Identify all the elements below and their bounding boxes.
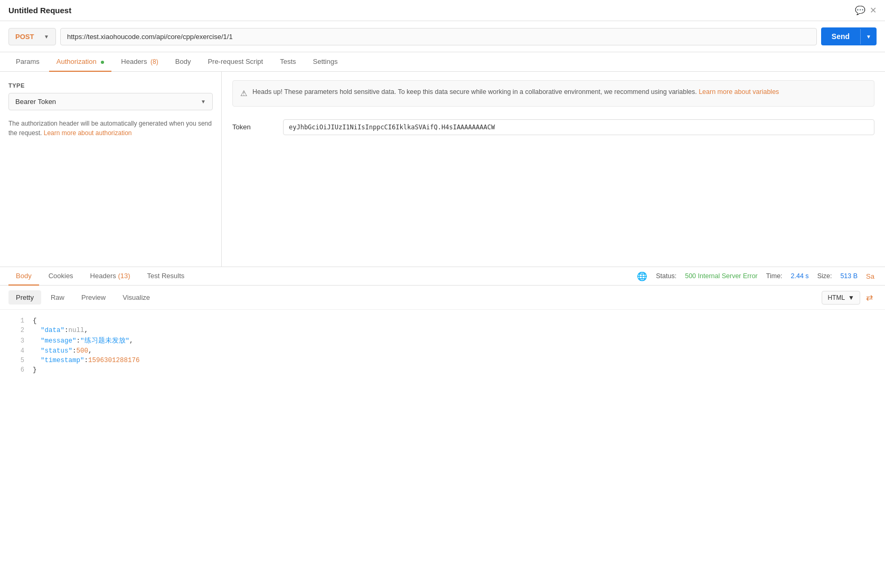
globe-icon: 🌐 bbox=[637, 271, 647, 281]
auth-right-panel: ⚠ Heads up! These parameters hold sensit… bbox=[222, 72, 885, 267]
token-row: Token eyJhbGciOiJIUzI1NiIsInppcCI6IklkaS… bbox=[232, 119, 874, 135]
type-value: Bearer Token bbox=[15, 98, 56, 106]
size-label: Size: bbox=[817, 272, 832, 280]
code-content-3: "message":"练习题未发放", bbox=[33, 336, 134, 345]
auth-info-text: The authorization header will be automat… bbox=[8, 119, 213, 138]
line-num-4: 4 bbox=[8, 347, 24, 355]
line-num-3: 3 bbox=[8, 337, 24, 345]
fmt-tab-raw[interactable]: Raw bbox=[43, 290, 72, 305]
alert-text: Heads up! These parameters hold sensitiv… bbox=[252, 87, 779, 97]
tab-settings[interactable]: Settings bbox=[306, 52, 345, 72]
send-button[interactable]: Send ▼ bbox=[821, 27, 877, 45]
fmt-tab-preview[interactable]: Preview bbox=[74, 290, 113, 305]
resp-tab-headers[interactable]: Headers (13) bbox=[83, 267, 138, 286]
save-label: Sa bbox=[866, 272, 874, 280]
time-label: Time: bbox=[766, 272, 783, 280]
code-content-6: } bbox=[33, 366, 37, 374]
response-tabs-bar: Body Cookies Headers (13) Test Results 🌐… bbox=[0, 267, 885, 286]
url-bar: POST ▼ Send ▼ bbox=[0, 21, 885, 52]
code-line-3: 3 "message":"练习题未发放", bbox=[0, 335, 885, 346]
format-bar: Pretty Raw Preview Visualize HTML ▼ ⇄ bbox=[0, 286, 885, 310]
chat-icon[interactable]: 💬 bbox=[855, 5, 865, 15]
line-num-2: 2 bbox=[8, 327, 24, 334]
send-dropdown-icon[interactable]: ▼ bbox=[860, 29, 877, 44]
url-input[interactable] bbox=[60, 28, 817, 45]
tab-pre-request-script[interactable]: Pre-request Script bbox=[200, 52, 270, 72]
format-chevron-icon: ▼ bbox=[848, 294, 854, 301]
size-value: 513 B bbox=[840, 272, 858, 280]
type-label: TYPE bbox=[8, 82, 213, 89]
code-content-5: "timestamp":1596301288176 bbox=[33, 357, 140, 364]
tab-tests[interactable]: Tests bbox=[272, 52, 303, 72]
wrap-button[interactable]: ⇄ bbox=[862, 290, 877, 305]
method-label: POST bbox=[15, 33, 34, 41]
code-line-4: 4 "status":500, bbox=[0, 346, 885, 356]
code-content-4: "status":500, bbox=[33, 347, 92, 355]
format-select[interactable]: HTML ▼ bbox=[822, 291, 860, 305]
request-tabs: Params Authorization Headers (8) Body Pr… bbox=[0, 52, 885, 72]
wrap-icon: ⇄ bbox=[866, 293, 873, 302]
method-select[interactable]: POST ▼ bbox=[8, 28, 56, 45]
type-chevron-icon: ▼ bbox=[201, 99, 206, 105]
tab-params[interactable]: Params bbox=[8, 52, 47, 72]
page-title: Untitled Request bbox=[8, 6, 71, 15]
line-num-1: 1 bbox=[8, 317, 24, 325]
fmt-tab-visualize[interactable]: Visualize bbox=[115, 290, 157, 305]
tab-headers[interactable]: Headers (8) bbox=[114, 52, 165, 72]
auth-learn-more-link[interactable]: Learn more about authorization bbox=[44, 129, 132, 137]
tab-authorization[interactable]: Authorization bbox=[49, 52, 112, 72]
code-line-1: 1 { bbox=[0, 316, 885, 326]
alert-learn-more-link[interactable]: Learn more about variables bbox=[699, 88, 779, 96]
code-content-2: "data":null, bbox=[33, 327, 88, 334]
status-label: Status: bbox=[656, 272, 676, 280]
code-line-5: 5 "timestamp":1596301288176 bbox=[0, 356, 885, 365]
authorization-dot bbox=[101, 61, 104, 64]
code-line-2: 2 "data":null, bbox=[0, 326, 885, 335]
time-value: 2.44 s bbox=[791, 272, 809, 280]
title-bar-icons: 💬 ✕ bbox=[855, 5, 877, 15]
close-icon[interactable]: ✕ bbox=[870, 5, 877, 15]
type-select[interactable]: Bearer Token ▼ bbox=[8, 93, 213, 110]
auth-left-panel: TYPE Bearer Token ▼ The authorization he… bbox=[0, 72, 222, 267]
token-label: Token bbox=[232, 123, 275, 131]
alert-icon: ⚠ bbox=[240, 88, 247, 100]
code-content-1: { bbox=[33, 317, 37, 325]
status-value: 500 Internal Server Error bbox=[685, 272, 758, 280]
line-num-5: 5 bbox=[8, 357, 24, 364]
code-line-6: 6 } bbox=[0, 365, 885, 375]
response-status-info: 🌐 Status: 500 Internal Server Error Time… bbox=[637, 271, 877, 281]
main-content: TYPE Bearer Token ▼ The authorization he… bbox=[0, 72, 885, 267]
code-area: 1 { 2 "data":null, 3 "message":"练习题未发放",… bbox=[0, 310, 885, 381]
method-chevron-icon: ▼ bbox=[44, 34, 49, 40]
alert-box: ⚠ Heads up! These parameters hold sensit… bbox=[232, 80, 874, 107]
line-num-6: 6 bbox=[8, 366, 24, 374]
resp-tab-cookies[interactable]: Cookies bbox=[41, 267, 81, 286]
resp-tab-body[interactable]: Body bbox=[8, 267, 39, 286]
resp-tab-test-results[interactable]: Test Results bbox=[140, 267, 192, 286]
title-bar: Untitled Request 💬 ✕ bbox=[0, 0, 885, 21]
fmt-tab-pretty[interactable]: Pretty bbox=[8, 290, 41, 305]
tab-body[interactable]: Body bbox=[168, 52, 199, 72]
token-input[interactable]: eyJhbGciOiJIUzI1NiIsInppcCI6IklkaSVAifQ.… bbox=[283, 119, 874, 135]
send-label: Send bbox=[821, 27, 860, 45]
